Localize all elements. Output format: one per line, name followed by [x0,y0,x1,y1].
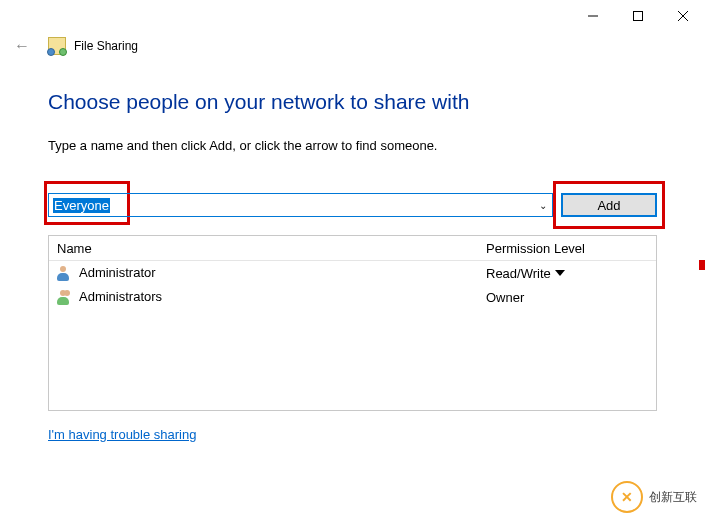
list-row[interactable]: AdministratorRead/Write [49,261,656,285]
permission-label: Read/Write [486,266,551,281]
list-header: Name Permission Level [49,236,656,261]
list-cell-name: Administrators [49,289,486,306]
watermark: ✕ 创新互联 [611,481,697,513]
list-row[interactable]: AdministratorsOwner [49,285,656,309]
window-titlebar [0,0,705,32]
close-button[interactable] [660,2,705,30]
user-name-label: Administrators [79,289,162,304]
chevron-down-icon[interactable]: ⌄ [534,200,552,211]
header: ← File Sharing [0,32,705,60]
svg-rect-1 [633,12,642,21]
list-cell-permission: Owner [486,290,656,305]
annotation-sliver [699,260,705,270]
user-name-label: Administrator [79,265,156,280]
maximize-button[interactable] [615,2,660,30]
list-cell-name: Administrator [49,265,486,282]
permission-dropdown[interactable]: Read/Write [486,266,565,281]
share-list: Name Permission Level AdministratorRead/… [48,235,657,411]
page-heading: Choose people on your network to share w… [48,90,657,114]
trouble-sharing-link[interactable]: I'm having trouble sharing [48,427,196,442]
share-name-combobox[interactable]: Everyone ⌄ [48,193,553,217]
minimize-button[interactable] [570,2,615,30]
watermark-text: 创新互联 [649,489,697,506]
add-button[interactable]: Add [561,193,657,217]
page-subtext: Type a name and then click Add, or click… [48,138,657,153]
list-cell-permission[interactable]: Read/Write [486,266,656,281]
file-sharing-icon [48,37,66,55]
caret-down-icon [555,270,565,276]
column-name[interactable]: Name [49,241,486,256]
back-arrow-icon[interactable]: ← [10,37,34,55]
users-group-icon [57,289,73,305]
column-permission[interactable]: Permission Level [486,241,656,256]
user-icon [57,265,73,281]
window-title: File Sharing [74,39,138,53]
watermark-logo-icon: ✕ [611,481,643,513]
share-name-value: Everyone [53,198,110,213]
